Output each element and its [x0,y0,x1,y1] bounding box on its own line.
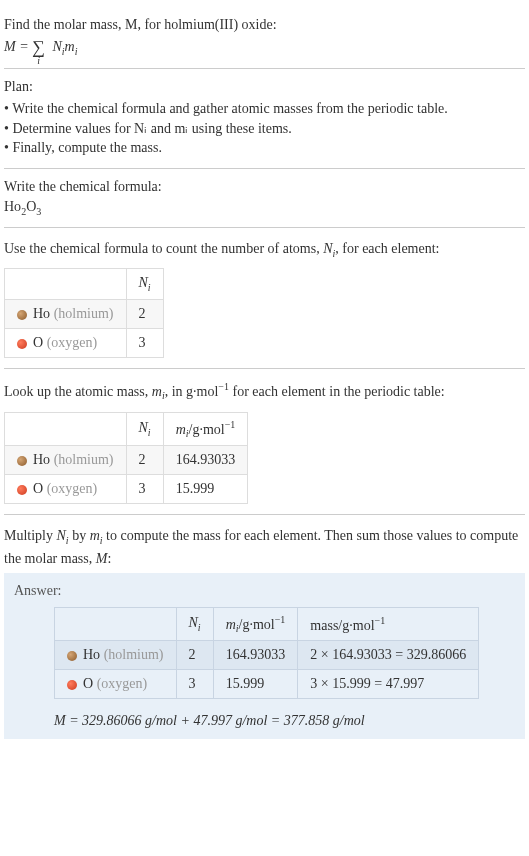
plan-list: Write the chemical formula and gather at… [4,99,525,158]
mul-pre: Multiply [4,528,57,543]
element-cell: Ho (holmium) [5,300,127,329]
multiply-title: Multiply Ni by mi to compute the mass fo… [4,525,525,569]
element-cell: O (oxygen) [5,329,127,358]
mass-header: mass/g·mol−1 [298,607,479,640]
formula-n: N [52,39,61,54]
atomic-mass-section: Look up the atomic mass, mi, in g·mol−1 … [4,369,525,515]
chem-formula: Ho2O3 [4,199,525,217]
plan-section: Plan: Write the chemical formula and gat… [4,69,525,169]
plan-title: Plan: [4,79,525,95]
sigma-symbol: ∑ i [32,37,45,58]
element-dot-icon [17,485,27,495]
mass-cell: 2 × 164.93033 = 329.86066 [298,641,479,670]
intro-line: Find the molar mass, M, for holmium(III)… [4,17,277,32]
table-row: Ho (holmium) 2 164.93033 [5,446,248,475]
element-cell: O (oxygen) [5,475,127,504]
atomic-mass-title: Look up the atomic mass, mi, in g·mol−1 … [4,379,525,403]
n-cell: 3 [126,329,163,358]
atomic-mass-table: Ni mi/g·mol−1 Ho (holmium) 2 164.93033 O… [4,412,248,504]
plan-item: Determine values for Nᵢ and mᵢ using the… [4,119,525,139]
answer-table: Ni mi/g·mol−1 mass/g·mol−1 Ho (holmium) … [54,607,479,699]
mul-by: by [69,528,90,543]
plan-item: Finally, compute the mass. [4,138,525,158]
table-row: Ho (holmium) 2 [5,300,164,329]
formula-lhs: M = [4,39,32,54]
am-title-post: for each element in the periodic table: [229,384,445,399]
formula-m-sub: i [75,46,78,57]
answer-box: Answer: Ni mi/g·mol−1 mass/g·mol−1 Ho (h… [4,573,525,739]
ca-title-pre: Use the chemical formula to count the nu… [4,241,323,256]
m-header: mi/g·mol−1 [163,412,248,445]
chem-formula-section: Write the chemical formula: Ho2O3 [4,169,525,228]
mul-M: M [96,551,108,566]
count-atoms-title: Use the chemical formula to count the nu… [4,238,525,261]
chem-o-sub: 3 [36,206,41,217]
element-cell: Ho (holmium) [5,446,127,475]
am-title-sup: −1 [218,381,229,392]
ca-title-post: , for each element: [335,241,439,256]
element-dot-icon [17,456,27,466]
element-dot-icon [17,310,27,320]
n-header: Ni [126,269,163,300]
intro-section: Find the molar mass, M, for holmium(III)… [4,4,525,69]
empty-header [5,412,127,445]
n-cell: 3 [126,475,163,504]
ca-title-var: N [323,241,332,256]
n-cell: 2 [126,446,163,475]
empty-header [55,607,177,640]
sigma-icon: ∑ [32,37,45,57]
n-cell: 2 [126,300,163,329]
table-row: O (oxygen) 3 15.999 [5,475,248,504]
answer-label: Answer: [14,583,515,599]
n-header: Ni [126,412,163,445]
m-cell: 15.999 [163,475,248,504]
am-title-mid: , in g·mol [165,384,219,399]
m-cell: 15.999 [213,670,298,699]
plan-item: Write the chemical formula and gather at… [4,99,525,119]
intro-text: Find the molar mass, M, for holmium(III)… [4,14,525,35]
table-row: Ho (holmium) 2 164.93033 2 × 164.93033 =… [55,641,479,670]
mul-post: : [107,551,111,566]
n-header: Ni [176,607,213,640]
mass-cell: 3 × 15.999 = 47.997 [298,670,479,699]
mul-m: m [90,528,100,543]
count-atoms-table: Ni Ho (holmium) 2 O (oxygen) 3 [4,268,164,358]
element-dot-icon [67,651,77,661]
mul-n: N [57,528,66,543]
m-header: mi/g·mol−1 [213,607,298,640]
element-cell: O (oxygen) [55,670,177,699]
element-dot-icon [17,339,27,349]
m-cell: 164.93033 [163,446,248,475]
element-dot-icon [67,680,77,690]
am-title-pre: Look up the atomic mass, [4,384,152,399]
sigma-sub: i [37,55,40,66]
table-row: O (oxygen) 3 15.999 3 × 15.999 = 47.997 [55,670,479,699]
n-cell: 2 [176,641,213,670]
m-cell: 164.93033 [213,641,298,670]
chem-formula-title: Write the chemical formula: [4,179,525,195]
chem-o: O [26,199,36,214]
formula-m: m [65,39,75,54]
final-formula: M = 329.86066 g/mol + 47.997 g/mol = 377… [54,713,515,729]
answer-content: Ni mi/g·mol−1 mass/g·mol−1 Ho (holmium) … [14,607,515,729]
table-row: O (oxygen) 3 [5,329,164,358]
empty-header [5,269,127,300]
answer-section: Multiply Ni by mi to compute the mass fo… [4,515,525,749]
element-cell: Ho (holmium) [55,641,177,670]
intro-formula: M = ∑ i Nimi [4,37,525,58]
n-cell: 3 [176,670,213,699]
chem-ho: Ho [4,199,21,214]
am-title-var: m [152,384,162,399]
count-atoms-section: Use the chemical formula to count the nu… [4,228,525,370]
